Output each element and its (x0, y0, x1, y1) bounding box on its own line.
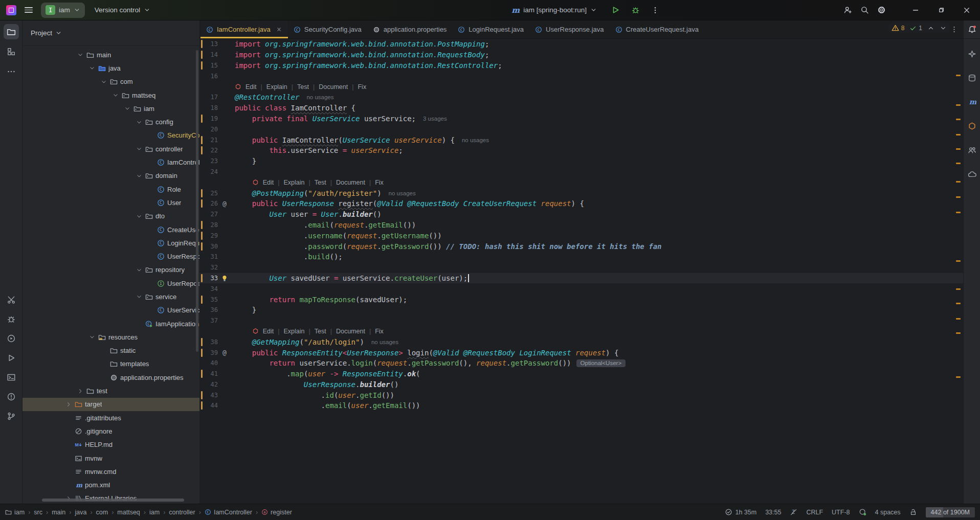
code-line-35[interactable]: 35 return mapToResponse(savedUser); (199, 294, 963, 305)
tool-window-button-commit[interactable] (4, 44, 19, 59)
search-everywhere-button[interactable] (858, 4, 871, 16)
chevron-down-icon[interactable] (135, 267, 144, 273)
code-line-31[interactable]: 31 .build(); (199, 252, 963, 262)
code-line-21[interactable]: 21 public IamController(UserService user… (199, 134, 963, 145)
tree-item-mvnw.cmd[interactable]: mvnw.cmd (23, 465, 199, 478)
tree-item-Role[interactable]: CRole (23, 183, 199, 196)
tree-horizontal-scrollbar[interactable] (42, 499, 184, 502)
breadcrumb-controller[interactable]: controller (169, 509, 195, 516)
chevron-down-icon[interactable] (76, 52, 85, 58)
error-stripe-mark[interactable] (956, 332, 961, 334)
chevron-right-icon[interactable] (64, 401, 73, 408)
tree-item-UserResponse[interactable]: CUserResponse (23, 250, 199, 263)
tree-item-UserService[interactable]: CUserService (23, 304, 199, 317)
tree-item-service[interactable]: service (23, 290, 199, 303)
code-line-43[interactable]: 43 .id(user.getId()) (199, 390, 963, 400)
tool-window-button-version-control[interactable] (4, 409, 19, 424)
code-line-15[interactable]: 15import org.springframework.web.bind.an… (199, 60, 963, 71)
status-widget-encoding[interactable]: UTF-8 (832, 509, 850, 516)
tree-item-User[interactable]: CUser (23, 196, 199, 209)
tree-item-config[interactable]: config (23, 115, 199, 128)
ai-action-explain[interactable]: Explain (266, 83, 287, 91)
tree-item-domain[interactable]: domain (23, 169, 199, 183)
tree-item-dto[interactable]: dto (23, 210, 199, 223)
tree-item-UserRepository[interactable]: IUserRepository (23, 277, 199, 290)
chevron-down-icon[interactable] (111, 92, 120, 98)
vcs-widget-button[interactable]: Version control (90, 3, 155, 18)
error-stripe-mark[interactable] (956, 134, 961, 135)
status-widget-line-separator[interactable]: CRLF (806, 509, 823, 516)
code-line-27[interactable]: 27 User user = User.builder() (199, 209, 963, 220)
tool-window-button-project[interactable] (4, 24, 19, 39)
code-editor[interactable]: 13import org.springframework.web.bind.an… (199, 39, 963, 504)
breadcrumb-IamController[interactable]: CIamController (205, 509, 252, 516)
tree-item-pom.xml[interactable]: mpom.xml (23, 479, 199, 492)
chevron-down-icon[interactable] (87, 65, 97, 71)
tool-window-button-endpoints[interactable] (964, 142, 979, 157)
tree-item-.gitignore[interactable]: .gitignore (23, 424, 199, 438)
error-stripe-mark[interactable] (956, 212, 961, 213)
error-stripe-mark[interactable] (956, 119, 961, 120)
close-button[interactable] (961, 4, 973, 16)
tree-item-templates[interactable]: templates (23, 357, 199, 371)
error-stripe-mark[interactable] (956, 75, 961, 76)
tool-window-button-build[interactable] (4, 292, 19, 307)
tree-item-mattseq[interactable]: mattseq (23, 88, 199, 102)
add-user-button[interactable] (841, 4, 854, 16)
tree-vertical-scrollbar[interactable] (196, 50, 198, 352)
minimize-button[interactable] (909, 4, 922, 16)
breadcrumb-com[interactable]: com (96, 509, 108, 516)
breadcrumb-main[interactable]: main (52, 509, 65, 516)
passed-indicator[interactable]: 1 (909, 25, 922, 32)
ai-action-fix[interactable]: Fix (375, 179, 384, 186)
breadcrumb-register[interactable]: mregister (261, 509, 292, 516)
code-line-26[interactable]: 26@ public UserResponse register(@Valid … (199, 198, 963, 209)
tree-item-test[interactable]: test (23, 384, 199, 397)
ai-action-document[interactable]: Document (336, 328, 365, 335)
tool-window-button-dependencies[interactable] (964, 118, 979, 133)
code-line-29[interactable]: 29 .username(request.getUsername()) (199, 230, 963, 241)
tree-item-repository[interactable]: repository (23, 263, 199, 277)
chevron-down-icon[interactable] (123, 105, 132, 111)
tree-item-iam[interactable]: iam (23, 102, 199, 115)
code-line-38[interactable]: 38 @GetMapping("/auth/login")no usages (199, 336, 963, 347)
error-stripe-mark[interactable] (956, 376, 961, 378)
tool-window-button-maven[interactable]: m (964, 94, 979, 109)
chevron-down-icon[interactable] (99, 79, 108, 85)
run-button[interactable] (609, 4, 622, 16)
chevron-down-icon[interactable] (135, 146, 144, 152)
more-actions-button[interactable] (649, 4, 661, 16)
notifications-bell-icon[interactable] (966, 23, 978, 36)
tool-window-button-cloud-sync[interactable] (964, 166, 979, 182)
error-stripe-mark[interactable] (956, 260, 961, 262)
previous-problem-button[interactable] (927, 25, 934, 32)
run-configuration-selector[interactable]: m iam [spring-boot:run] (508, 4, 600, 17)
code-line-40[interactable]: 40 return userService.login(request.getP… (199, 358, 963, 369)
error-stripe-mark[interactable] (956, 288, 961, 290)
code-line-24[interactable]: 24 (199, 167, 963, 177)
restore-button[interactable] (935, 4, 947, 16)
error-stripe-mark[interactable] (956, 181, 961, 183)
project-panel-header[interactable]: Project (23, 20, 199, 46)
code-line-32[interactable]: 32 (199, 262, 963, 273)
ai-action-document[interactable]: Document (336, 179, 365, 186)
status-widget-language-services[interactable]: Z (790, 508, 797, 516)
debug-button[interactable] (629, 4, 642, 16)
close-tab-icon[interactable] (276, 26, 282, 33)
ai-action-fix[interactable]: Fix (358, 83, 366, 91)
main-menu-button[interactable] (21, 4, 36, 16)
code-line-20[interactable]: 20 (199, 124, 963, 134)
tree-item-controller[interactable]: controller (23, 142, 199, 155)
code-line-14[interactable]: 14import org.springframework.web.bind.an… (199, 50, 963, 60)
status-widget-indent[interactable]: 4 spaces (875, 509, 901, 516)
code-line-42[interactable]: 42 UserResponse.builder() (199, 379, 963, 390)
chevron-down-icon[interactable] (87, 334, 97, 340)
status-widget-time-tracker[interactable]: 1h 35m (725, 508, 756, 516)
code-line-44[interactable]: 44 .email(user.getEmail()) (199, 400, 963, 411)
tool-window-button-run[interactable] (4, 350, 19, 366)
tool-window-button-ai-assistant[interactable] (964, 46, 979, 61)
code-line-22[interactable]: 22 this.userService = userService; (199, 145, 963, 156)
tool-window-button-more-tools[interactable] (4, 64, 19, 79)
tree-item-com[interactable]: com (23, 75, 199, 88)
tree-item-IamController[interactable]: CIamController (23, 155, 199, 169)
